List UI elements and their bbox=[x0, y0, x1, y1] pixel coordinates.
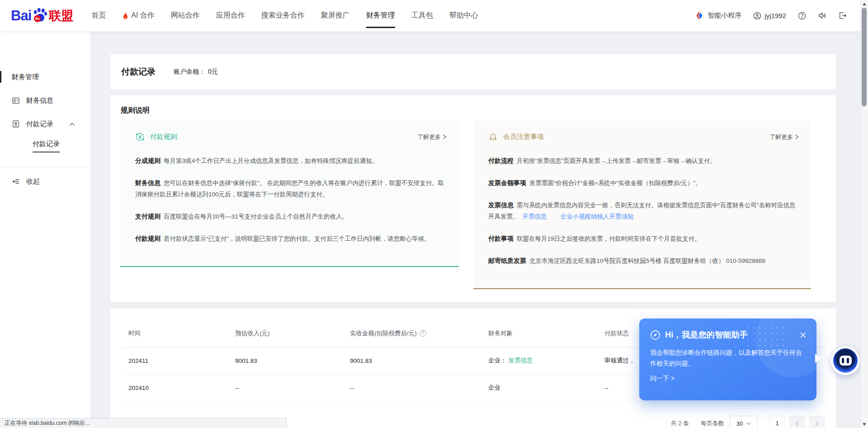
help-icon[interactable] bbox=[798, 12, 806, 20]
col-finance-object: 财务对象 bbox=[488, 320, 604, 347]
pagination: 共 2 条 每页条数 30 1 bbox=[671, 416, 825, 428]
chevron-up-icon[interactable] bbox=[69, 122, 75, 126]
finance-info-icon bbox=[12, 96, 20, 105]
rules-card: 规则说明 付款规则 了解更多 分成规则每月第3或4个工作日产出上月分成信息及发票… bbox=[110, 95, 836, 302]
cell-finance-object: 企业： 发票信息 bbox=[488, 347, 604, 374]
close-icon[interactable] bbox=[799, 331, 807, 339]
browser-status-bar: 正在等待 xlab.baidu.com 的响应... bbox=[0, 418, 287, 428]
assistant-popup: Hi，我是您的智能助手 我会帮助您诊断合作链路问题，以及解答您关于任何合作相关的… bbox=[639, 319, 816, 400]
notice-item: 发票金额事项发票票面“价税合计”金额=系统中“实收金额（扣除税费后/元）”。 bbox=[488, 177, 798, 189]
nav-right: 智能小程序 jyj1992 bbox=[696, 11, 847, 20]
scrollbar-thumb[interactable] bbox=[862, 8, 867, 106]
user-account[interactable]: jyj1992 bbox=[753, 12, 786, 20]
prev-page-button[interactable] bbox=[789, 416, 805, 428]
rule-item: 支付规则百度联盟会在每月20号—31号支付企业会员上个自然月产生的收入。 bbox=[135, 211, 446, 222]
assistant-robot-avatar[interactable] bbox=[831, 346, 860, 375]
chevron-left-icon bbox=[795, 421, 799, 426]
member-notice-learn-more[interactable]: 了解更多 bbox=[769, 133, 798, 141]
scroll-up-button[interactable] bbox=[861, 0, 868, 8]
member-notice-panel: 会员注意事项 了解更多 付款流程月初按“发票信息”页面开具发票→上传发票→邮寄发… bbox=[473, 120, 811, 289]
compass-icon bbox=[650, 330, 660, 340]
active-section-marker bbox=[0, 71, 1, 83]
member-notice-title: 会员注意事项 bbox=[503, 133, 544, 141]
invoice-info-link[interactable]: 开票信息 bbox=[523, 213, 547, 220]
chevron-right-icon bbox=[815, 421, 819, 426]
nav-item-finance[interactable]: 财务管理 bbox=[366, 0, 395, 31]
logout-icon[interactable] bbox=[838, 11, 847, 20]
sidebar-section-title: 财务管理 bbox=[0, 70, 90, 84]
rule-item: 付款规则若付款状态显示“已支付”，说明联盟已安排了您的付款。支付后三个工作日内到… bbox=[135, 233, 446, 244]
col-time: 时间 bbox=[122, 320, 235, 347]
nav-item-search-business[interactable]: 搜索业务合作 bbox=[261, 0, 305, 31]
cell-finance-object: 企业 bbox=[488, 374, 604, 401]
nav-item-ai[interactable]: AI 合作 bbox=[122, 0, 155, 31]
page-scrollbar[interactable] bbox=[860, 0, 868, 428]
rule-item: 分成规则每月第3或4个工作日产出上月分成信息及发票信息，如有特殊情况将提前通知。 bbox=[135, 155, 446, 166]
top-nav: Bai du 联盟 首页 AI 合作 网站合作 bbox=[0, 0, 860, 31]
page-header-card: 付款记录 账户余额：0元 bbox=[110, 54, 836, 89]
chevron-right-icon bbox=[795, 134, 798, 139]
logo-text-bai: Bai bbox=[11, 8, 31, 24]
payment-rules-icon bbox=[135, 132, 145, 142]
total-count: 共 2 条 bbox=[671, 419, 689, 428]
logo-text-union: 联盟 bbox=[49, 8, 73, 24]
robot-face-icon bbox=[833, 348, 858, 373]
balance-value: 0元 bbox=[208, 68, 218, 75]
cell-time: 202411 bbox=[122, 347, 235, 374]
assistant-message: 我会帮助您诊断合作链路问题，以及解答您关于任何合作相关的问题。 bbox=[650, 347, 802, 369]
next-page-button[interactable] bbox=[809, 416, 825, 428]
small-taxpayer-link[interactable]: 企业小规模纳税人开票须知 bbox=[561, 213, 634, 220]
page-number-button[interactable]: 1 bbox=[769, 416, 785, 428]
baidu-union-logo[interactable]: Bai du 联盟 bbox=[11, 8, 73, 24]
sidebar-subitem-payment-record[interactable]: 付款记录 bbox=[33, 140, 90, 152]
nav-item-toolkit[interactable]: 工具包 bbox=[411, 0, 433, 31]
ask-link[interactable]: 问一下 > bbox=[650, 375, 807, 383]
cell-actual: -- bbox=[350, 374, 488, 401]
payment-rules-panel: 付款规则 了解更多 分成规则每月第3或4个工作日产出上月分成信息及发票信息，如有… bbox=[120, 120, 459, 267]
cell-estimated: -- bbox=[235, 374, 350, 401]
nav-item-app[interactable]: 应用合作 bbox=[216, 0, 245, 31]
mini-program-icon bbox=[696, 11, 704, 20]
main-nav: 首页 AI 合作 网站合作 应用合作 搜索业务合作 聚屏推广 财务管理 工具包 … bbox=[91, 0, 478, 31]
chevron-down-icon bbox=[746, 422, 751, 425]
nav-item-home[interactable]: 首页 bbox=[91, 0, 106, 31]
baidu-paw-icon: du bbox=[32, 7, 48, 23]
sidebar: 财务管理 财务信息 付款记录 付款记录 bbox=[0, 31, 90, 428]
notice-item: 发票信息需与系统内发票信息内容完全一致，否则无法支付。请根据发票信息页面中“百度… bbox=[488, 200, 798, 222]
per-page-select[interactable]: 30 bbox=[730, 416, 758, 428]
payment-record-icon bbox=[12, 120, 20, 128]
cell-time: 202410 bbox=[122, 374, 235, 401]
rule-item: 财务信息您可以在财务信息中选择“保留付款”。 在此期间您产生的收入将在账户内进行… bbox=[135, 177, 446, 200]
sidebar-item-payment-record[interactable]: 付款记录 bbox=[0, 117, 90, 131]
user-icon bbox=[753, 12, 761, 20]
per-page-label: 每页条数 bbox=[701, 419, 724, 428]
assistant-title: Hi，我是您的智能助手 bbox=[665, 329, 748, 340]
cell-actual: 9001.83 bbox=[350, 347, 488, 374]
member-notice-icon bbox=[488, 132, 498, 142]
mini-program-link[interactable]: 智能小程序 bbox=[696, 11, 741, 20]
scroll-down-button[interactable] bbox=[861, 420, 868, 428]
status-text: 正在等待 xlab.baidu.com 的响应... bbox=[5, 419, 90, 427]
page-title: 付款记录 bbox=[121, 66, 156, 78]
chevron-right-icon bbox=[443, 134, 446, 139]
sidebar-collapse-button[interactable]: 收起 bbox=[0, 175, 90, 188]
flame-icon bbox=[122, 12, 129, 20]
logo-text-du: du bbox=[35, 16, 40, 21]
nav-item-screen-promotion[interactable]: 聚屏推广 bbox=[321, 0, 350, 31]
payment-rules-title: 付款规则 bbox=[150, 133, 177, 141]
collapse-icon bbox=[12, 178, 20, 185]
notice-item: 邮寄纸质发票北京市海淀区西北旺东路10号院百度科技园5号楼 百度联盟财务组（收）… bbox=[488, 255, 798, 266]
rules-section-title: 规则说明 bbox=[121, 105, 836, 115]
account-balance: 账户余额：0元 bbox=[174, 68, 218, 76]
cell-estimated: 9001.83 bbox=[235, 347, 350, 374]
nav-item-website[interactable]: 网站合作 bbox=[171, 0, 200, 31]
sound-icon[interactable] bbox=[818, 11, 826, 20]
sidebar-item-finance-info[interactable]: 财务信息 bbox=[0, 94, 90, 107]
invoice-detail-link[interactable]: 发票信息 bbox=[508, 357, 533, 364]
notice-item: 付款流程月初按“发票信息”页面开具发票→上传发票→邮寄发票→审核→确认支付。 bbox=[488, 155, 798, 166]
balance-label: 账户余额： bbox=[174, 68, 205, 75]
payment-rules-learn-more[interactable]: 了解更多 bbox=[417, 133, 446, 141]
question-circle-icon[interactable]: ? bbox=[420, 330, 426, 337]
col-estimated-income: 预估收入(元) bbox=[235, 320, 350, 347]
nav-item-help-center[interactable]: 帮助中心 bbox=[449, 0, 478, 31]
